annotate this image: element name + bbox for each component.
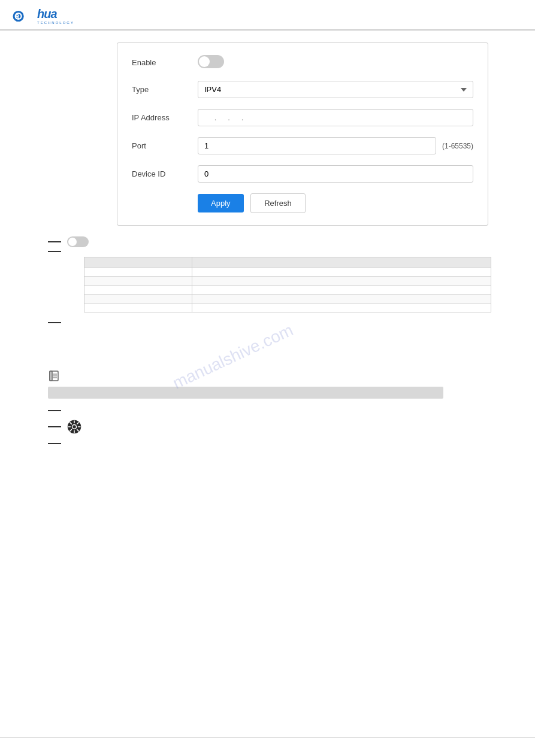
enable-toggle[interactable] (198, 55, 224, 68)
table-cell-4-1 (84, 294, 192, 303)
main-content: Enable Type IPV4 IPV6 IP Address (0, 31, 535, 464)
table-col2-header (192, 257, 491, 268)
port-input[interactable] (198, 137, 436, 154)
logo-icon: a (12, 8, 35, 25)
ip-address-row: IP Address (132, 109, 473, 126)
text-paragraph-3 (48, 351, 511, 363)
line-3 (48, 322, 511, 323)
text-paragraph-2 (48, 339, 511, 351)
text-paragraph-1 (48, 327, 511, 339)
port-row: Port (1-65535) (132, 137, 473, 154)
dash-1 (48, 241, 61, 242)
device-id-row: Device ID (132, 165, 473, 183)
svg-text:a: a (15, 11, 19, 20)
line-2 (48, 251, 511, 252)
gear-icon (67, 420, 81, 434)
ip-address-input[interactable] (198, 109, 473, 126)
logo: a hua TECHNOLOGY (12, 7, 74, 25)
text-block-1 (48, 327, 511, 363)
table-row (84, 303, 491, 312)
step-row-2 (48, 420, 511, 434)
table-row (84, 294, 491, 303)
logo-sub-text: TECHNOLOGY (37, 21, 74, 25)
buttons-row: Apply Refresh (132, 193, 473, 213)
refresh-button[interactable]: Refresh (250, 193, 306, 213)
page-header: a hua TECHNOLOGY (0, 0, 535, 31)
dash-step-2 (48, 426, 61, 427)
dash-step-3 (48, 443, 61, 444)
table-cell-3-1 (84, 286, 192, 294)
note-book-icon (48, 370, 60, 382)
note-row (48, 369, 511, 382)
table-cell-1-2 (192, 268, 491, 277)
port-input-group: (1-65535) (198, 137, 473, 154)
port-control: (1-65535) (198, 137, 473, 154)
enable-label: Enable (132, 58, 198, 67)
table-row (84, 277, 491, 286)
table-cell-2-2 (192, 277, 491, 286)
enable-control (198, 55, 473, 70)
buttons-control: Apply Refresh (198, 193, 473, 213)
type-select[interactable]: IPV4 IPV6 (198, 81, 473, 98)
dash-2 (48, 251, 61, 252)
type-select-wrapper: IPV4 IPV6 (198, 81, 473, 98)
port-label: Port (132, 141, 198, 150)
ip-address-control (198, 109, 473, 126)
apply-button[interactable]: Apply (198, 194, 244, 212)
table-row (84, 286, 491, 294)
port-range-hint: (1-65535) (442, 142, 473, 150)
table-col1-header (84, 257, 192, 268)
table-cell-4-2 (192, 294, 491, 303)
step-text-1 (67, 406, 69, 415)
small-toggle-1[interactable] (67, 236, 89, 247)
table-cell-2-1 (84, 277, 192, 286)
enable-row: Enable (132, 55, 473, 70)
logo-brand-text: hua (37, 7, 74, 21)
line-1 (48, 236, 511, 247)
grey-highlight-bar (48, 387, 443, 399)
svg-rect-5 (50, 371, 52, 381)
table-cell-1-1 (84, 268, 192, 277)
device-id-input[interactable] (198, 165, 473, 183)
page-bottom-rule (0, 737, 535, 738)
table-row (84, 268, 491, 277)
type-row: Type IPV4 IPV6 (132, 81, 473, 98)
table-cell-3-2 (192, 286, 491, 294)
table-header-row (84, 257, 491, 268)
step-row-1 (48, 406, 511, 415)
table-cell-5-1 (84, 303, 192, 312)
type-control: IPV4 IPV6 (198, 81, 473, 98)
step-row-3 (48, 439, 511, 448)
dash-3 (48, 322, 61, 323)
ip-address-label: IP Address (132, 113, 198, 122)
data-table (84, 257, 491, 312)
table-cell-5-2 (192, 303, 491, 312)
config-panel: Enable Type IPV4 IPV6 IP Address (117, 42, 488, 226)
type-label: Type (132, 85, 198, 94)
step-text-3 (67, 439, 69, 448)
device-id-label: Device ID (132, 169, 198, 178)
dash-step-1 (48, 410, 61, 411)
device-id-control (198, 165, 473, 183)
step-text-2 (87, 423, 90, 432)
